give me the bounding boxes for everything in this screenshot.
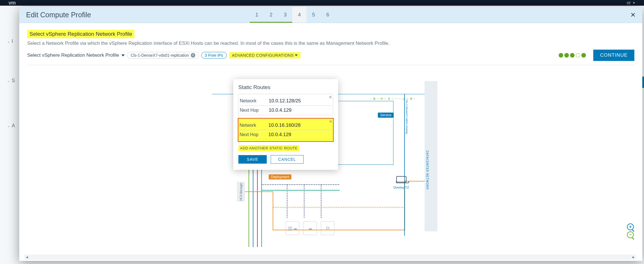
modal-title: Edit Compute Profile xyxy=(26,11,91,19)
add-static-route-link[interactable]: ADD ANOTHER STATIC ROUTE xyxy=(238,145,299,151)
scroll-track[interactable] xyxy=(29,255,631,259)
free-ips-pill[interactable]: 3 Free IPs xyxy=(201,52,227,59)
app-header: vm or ▼ xyxy=(0,0,644,6)
zoom-controls: + − xyxy=(627,223,634,238)
hcx-manager-node: HCX Manager xyxy=(237,182,245,202)
route-nexthop-row: Next Hop 10.0.4.129 xyxy=(240,106,332,115)
route-network-row: Network 10.0.12.128/25 xyxy=(240,96,332,106)
static-route-1: × Network 10.0.12.128/25 Next Hop 10.0.4… xyxy=(238,94,333,117)
static-route-2: × Network 10.0.16.160/28 Next Hop 10.0.4… xyxy=(238,119,333,141)
caret-icon: ⌄ xyxy=(7,124,10,128)
user-name-fragment: or xyxy=(627,0,631,5)
status-dot-icon xyxy=(576,53,580,58)
status-dot-icon xyxy=(570,53,575,58)
route-network-input[interactable]: 10.0.12.128/25 xyxy=(269,98,301,104)
route-nexthop-label: Next Hop xyxy=(240,132,268,137)
static-routes-popover: Static Routes × Network 10.0.12.128/25 N… xyxy=(233,79,338,170)
router-icon xyxy=(396,176,406,182)
popover-buttons: SAVE CANCEL xyxy=(238,155,333,164)
caret-icon: ⌄ xyxy=(7,39,10,43)
appliance-row: ▥☁ ☁ ⧉ xyxy=(286,221,334,235)
route-nexthop-label: Next Hop xyxy=(240,108,269,113)
chevron-down-icon: ▼ xyxy=(632,1,635,5)
route-network-input[interactable]: 10.0.16.160/28 xyxy=(268,123,300,128)
appliance-icon: ⧉ xyxy=(321,221,334,235)
logo: vm xyxy=(9,0,16,6)
tab-step-4[interactable]: 4 xyxy=(292,7,306,23)
deployment-badge: Deployment xyxy=(269,174,291,179)
route-nexthop-row: Next Hop 10.0.4.129 xyxy=(240,130,332,140)
wizard-tabs: 1 2 3 4 5 6 xyxy=(250,7,335,23)
appliance-icon: ☁ xyxy=(303,221,317,235)
status-indicator xyxy=(559,53,586,58)
profile-select-row: Select vSphere Replication Network Profi… xyxy=(27,50,634,65)
zoom-in-button[interactable]: + xyxy=(627,223,634,230)
tab-step-3[interactable]: 3 xyxy=(278,7,292,23)
datacenter-label: DATACENTER NETWORK xyxy=(426,151,429,190)
tab-step-5[interactable]: 5 xyxy=(306,7,321,23)
close-icon[interactable]: × xyxy=(329,119,332,124)
status-dot-icon xyxy=(581,53,586,58)
route-network-label: Network xyxy=(240,98,269,104)
hex-icon: ⋯ xyxy=(393,95,400,102)
overlay-tz-node: Overlay-TZ xyxy=(393,176,409,189)
selected-profile-pill[interactable]: Cls-1-DenseX7-vds01-replication × xyxy=(127,52,199,59)
save-button[interactable]: SAVE xyxy=(238,155,267,164)
close-icon[interactable]: × xyxy=(329,95,332,100)
profile-select-dropdown[interactable]: Select vSphere Replication Network Profi… xyxy=(27,52,125,58)
tab-step-1[interactable]: 1 xyxy=(250,7,264,23)
route-network-label: Network xyxy=(240,123,268,128)
service-badge: Service xyxy=(378,113,394,118)
section-description: Select a Network Profile via which the v… xyxy=(27,41,634,46)
overlay-tz-label: Overlay-TZ xyxy=(393,186,409,189)
continue-button[interactable]: CONTINUE xyxy=(593,50,634,61)
bg-row-3: ⌄A xyxy=(7,123,15,129)
selected-profile-label: Cls-1-DenseX7-vds01-replication xyxy=(131,53,189,58)
modal-titlebar: Edit Compute Profile 1 2 3 4 5 6 × xyxy=(19,7,642,23)
close-icon[interactable]: × xyxy=(630,10,635,20)
appliance-icon: ▥☁ xyxy=(286,221,299,235)
route-network-row: Network 10.0.16.160/28 xyxy=(240,121,332,130)
section-title: Select vSphere Replication Network Profi… xyxy=(27,30,134,38)
caret-icon: ⌄ xyxy=(7,79,10,83)
tab-step-2[interactable]: 2 xyxy=(264,7,278,23)
zoom-out-button[interactable]: − xyxy=(627,231,634,238)
advanced-configurations-link[interactable]: ADVANCED CONFIGURATIONS xyxy=(229,52,300,58)
bg-row-2: ⌄S xyxy=(7,78,15,84)
tab-step-6[interactable]: 6 xyxy=(321,7,335,23)
route-nexthop-input[interactable]: 10.0.4.129 xyxy=(269,107,291,113)
scroll-right-icon[interactable]: ► xyxy=(631,255,636,259)
cluster-boundary-line xyxy=(404,94,405,236)
cancel-button[interactable]: CANCEL xyxy=(271,155,304,164)
cluster-boundary-label: Cls-1-DenseX7-vds01-Overlay xyxy=(405,100,408,134)
scroll-left-icon[interactable]: ◄ xyxy=(24,255,29,259)
route-nexthop-input[interactable]: 10.0.4.129 xyxy=(268,132,291,138)
remove-pill-icon[interactable]: × xyxy=(191,53,195,58)
bg-row-1: ⌄I xyxy=(7,38,13,44)
status-dot-icon xyxy=(564,53,569,58)
horizontal-scrollbar[interactable]: ◄ ► xyxy=(24,255,636,260)
user-menu[interactable]: or ▼ xyxy=(627,0,635,5)
hex-icon: ✲ xyxy=(408,95,414,102)
edit-compute-profile-modal: Edit Compute Profile 1 2 3 4 5 6 × Selec… xyxy=(19,7,642,261)
modal-body: Select vSphere Replication Network Profi… xyxy=(19,23,642,261)
popover-title: Static Routes xyxy=(238,84,333,90)
status-dot-icon xyxy=(559,53,563,58)
